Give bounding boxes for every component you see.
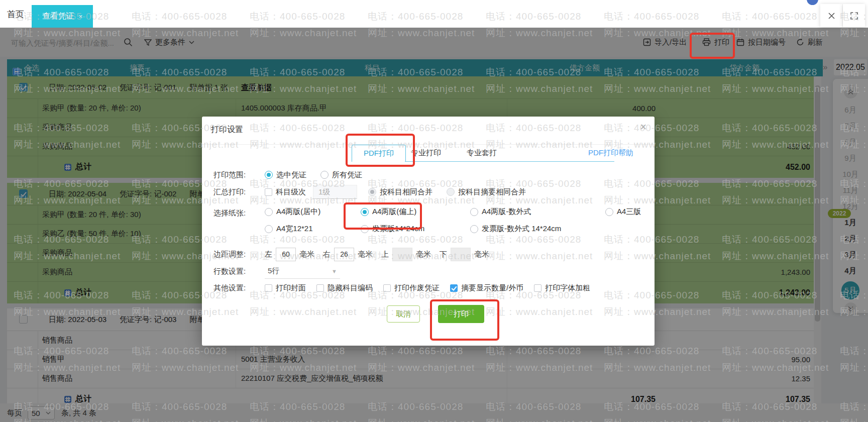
radio-label: A4宽12*21 bbox=[276, 224, 313, 234]
dialog-close-icon[interactable]: × bbox=[640, 121, 646, 134]
radio-label: 发票版-数外式 14*24cm bbox=[482, 224, 561, 234]
subject-level-input[interactable]: 1级 bbox=[313, 185, 357, 199]
radio-option[interactable]: 按科目相同合并 bbox=[368, 187, 432, 197]
margin-input[interactable] bbox=[334, 248, 354, 261]
checkbox-icon[interactable] bbox=[534, 284, 541, 292]
tab-view-voucher-label: 查看凭证 bbox=[42, 11, 74, 22]
radio-option[interactable]: 所有凭证 bbox=[320, 170, 362, 180]
divider bbox=[202, 144, 655, 145]
checkbox-option[interactable]: 隐藏科目编码 bbox=[316, 283, 373, 293]
radio-label: A4三版 bbox=[617, 207, 641, 217]
tab-underline bbox=[405, 161, 614, 162]
checkbox-option[interactable]: 摘要显示数量/外币 bbox=[450, 283, 523, 293]
rows-setting-label: 行数设置: bbox=[213, 267, 265, 276]
radio-icon[interactable] bbox=[265, 171, 273, 179]
annotation-print-button bbox=[430, 299, 499, 341]
margin-item: 右毫米 bbox=[323, 248, 373, 261]
fullscreen-icon bbox=[850, 12, 858, 20]
margin-input[interactable] bbox=[276, 248, 296, 261]
tab-pro-print[interactable]: 专业打印 bbox=[411, 148, 441, 158]
radio-label: 选中凭证 bbox=[276, 170, 306, 180]
checkbox-label: 摘要显示数量/外币 bbox=[461, 283, 523, 293]
radio-icon[interactable] bbox=[447, 188, 455, 196]
window-close-button[interactable] bbox=[820, 4, 842, 27]
radio-icon[interactable] bbox=[368, 188, 376, 196]
top-tab-bar: 首页 查看凭证 × bbox=[0, 0, 868, 28]
tab-close-icon[interactable]: × bbox=[79, 13, 83, 20]
close-icon bbox=[828, 12, 835, 20]
pdf-print-help-link[interactable]: PDF打印帮助 bbox=[588, 148, 633, 158]
other-settings-row: 其他设置: 打印封面隐藏科目编码打印作废凭证摘要显示数量/外币打印字体加粗 bbox=[213, 280, 647, 295]
margin-item: 下毫米 bbox=[440, 248, 489, 261]
summary-print-label: 汇总打印: bbox=[213, 187, 265, 197]
radio-option[interactable]: A4两版(居中) bbox=[265, 207, 320, 217]
radio-option[interactable]: A4宽12*21 bbox=[265, 224, 313, 234]
print-range-label: 打印范围: bbox=[213, 170, 265, 180]
radio-icon[interactable] bbox=[470, 208, 478, 216]
dialog-title: 打印设置 bbox=[211, 125, 243, 135]
margin-unit-label: 毫米 bbox=[358, 250, 373, 259]
checkbox-icon[interactable] bbox=[383, 284, 391, 292]
radio-label: 所有凭证 bbox=[332, 170, 362, 180]
checkbox-option[interactable]: 打印作废凭证 bbox=[383, 283, 440, 293]
paper-options-row-2: A4宽12*21发票版14*24cm发票版-数外式 14*24cm bbox=[213, 223, 647, 238]
rows-setting-select[interactable]: 5行 ▼ bbox=[265, 264, 340, 279]
radio-label: 按科目摘要相同合并 bbox=[458, 187, 526, 197]
margin-side-label: 上 bbox=[381, 250, 389, 259]
margins-row: 边距调整: 左毫米右毫米上毫米下毫米 bbox=[213, 247, 647, 262]
margin-input[interactable] bbox=[451, 248, 471, 261]
annotation-pdf-tab bbox=[346, 134, 415, 167]
checkbox-option[interactable]: 打印字体加粗 bbox=[534, 283, 590, 293]
caret-down-icon: ▼ bbox=[332, 268, 337, 274]
margin-unit-label: 毫米 bbox=[299, 250, 314, 259]
radio-option[interactable]: 按科目摘要相同合并 bbox=[447, 187, 526, 197]
radio-option[interactable]: A4三版 bbox=[605, 207, 641, 217]
radio-label: A4两版-数外式 bbox=[482, 207, 531, 217]
cancel-button[interactable]: 取消 bbox=[387, 305, 420, 323]
radio-icon[interactable] bbox=[605, 208, 613, 216]
summary-print-row: 汇总打印: 科目级次 1级 按科目相同合并按科目摘要相同合并 bbox=[213, 184, 647, 199]
radio-option[interactable]: 选中凭证 bbox=[265, 170, 306, 180]
rows-setting-row: 行数设置: 5行 ▼ bbox=[213, 264, 647, 279]
margin-side-label: 左 bbox=[265, 250, 272, 259]
window-fullscreen-button[interactable] bbox=[843, 4, 865, 27]
radio-icon[interactable] bbox=[470, 225, 478, 233]
print-settings-dialog: 打印设置 × PDF打印 专业打印 专业套打 PDF打印帮助 打印范围: 选中凭… bbox=[202, 117, 655, 346]
tab-view-voucher[interactable]: 查看凭证 × bbox=[32, 5, 93, 28]
notification-badge bbox=[807, 0, 818, 5]
other-settings-label: 其他设置: bbox=[213, 283, 265, 293]
margin-side-label: 下 bbox=[440, 250, 447, 259]
checkbox-label: 打印封面 bbox=[276, 283, 306, 293]
margin-item: 左毫米 bbox=[265, 248, 314, 261]
radio-option[interactable]: 发票版-数外式 14*24cm bbox=[470, 224, 561, 234]
tab-pro-template-print[interactable]: 专业套打 bbox=[467, 148, 497, 158]
margins-label: 边距调整: bbox=[213, 250, 265, 259]
checkbox-icon[interactable] bbox=[450, 284, 458, 292]
checkbox-label: 隐藏科目编码 bbox=[328, 283, 373, 293]
margin-side-label: 右 bbox=[323, 250, 331, 259]
margin-item: 上毫米 bbox=[381, 248, 431, 261]
checkbox-icon[interactable] bbox=[265, 284, 272, 292]
radio-icon[interactable] bbox=[265, 225, 273, 233]
checkbox-option[interactable]: 打印封面 bbox=[265, 283, 306, 293]
annotation-print-toolbar bbox=[690, 33, 735, 59]
radio-icon[interactable] bbox=[265, 208, 273, 216]
checkbox-label: 打印作废凭证 bbox=[394, 283, 440, 293]
print-range-row: 打印范围: 选中凭证所有凭证 bbox=[213, 167, 647, 182]
tab-home[interactable]: 首页 bbox=[7, 9, 24, 20]
paper-options-row-1: A4两版(居中)A4两版(偏上)A4两版-数外式A4三版 bbox=[213, 205, 647, 221]
checkbox-icon[interactable] bbox=[316, 284, 324, 292]
radio-icon[interactable] bbox=[320, 171, 329, 179]
radio-option[interactable]: A4两版-数外式 bbox=[470, 207, 531, 217]
radio-label: 按科目相同合并 bbox=[380, 187, 432, 197]
margin-unit-label: 毫米 bbox=[416, 250, 431, 259]
margin-unit-label: 毫米 bbox=[474, 250, 489, 259]
checkbox-label: 打印字体加粗 bbox=[545, 283, 590, 293]
radio-label: A4两版(居中) bbox=[276, 207, 320, 217]
subject-level-checkbox[interactable]: 科目级次 bbox=[265, 187, 306, 197]
annotation-paper-option bbox=[344, 202, 422, 230]
margin-input[interactable] bbox=[392, 248, 412, 261]
